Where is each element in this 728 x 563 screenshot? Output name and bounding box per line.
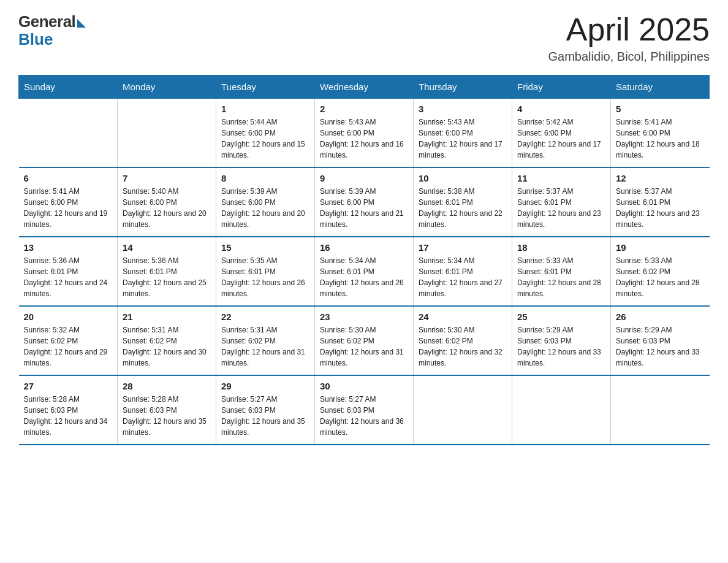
day-number: 1 — [221, 104, 309, 114]
weekday-header-thursday: Thursday — [414, 75, 512, 99]
day-number: 28 — [123, 381, 211, 391]
day-info: Sunrise: 5:40 AMSunset: 6:00 PMDaylight:… — [123, 186, 211, 230]
day-number: 8 — [221, 173, 309, 183]
day-info: Sunrise: 5:41 AMSunset: 6:00 PMDaylight:… — [616, 117, 705, 161]
day-number: 25 — [517, 312, 605, 322]
day-number: 10 — [419, 173, 507, 183]
day-number: 7 — [123, 173, 211, 183]
day-info: Sunrise: 5:37 AMSunset: 6:01 PMDaylight:… — [517, 186, 605, 230]
calendar-cell: 7Sunrise: 5:40 AMSunset: 6:00 PMDaylight… — [118, 167, 216, 237]
day-number: 17 — [419, 242, 507, 253]
day-info: Sunrise: 5:39 AMSunset: 6:00 PMDaylight:… — [221, 186, 309, 230]
calendar-week-row: 27Sunrise: 5:28 AMSunset: 6:03 PMDayligh… — [19, 375, 710, 445]
day-number: 12 — [616, 173, 705, 183]
location-title: Gambalidio, Bicol, Philippines — [548, 50, 710, 64]
calendar-cell: 27Sunrise: 5:28 AMSunset: 6:03 PMDayligh… — [19, 375, 118, 445]
calendar-cell: 22Sunrise: 5:31 AMSunset: 6:02 PMDayligh… — [216, 306, 315, 375]
day-number: 2 — [320, 104, 408, 114]
weekday-header-row: SundayMondayTuesdayWednesdayThursdayFrid… — [19, 75, 710, 99]
day-info: Sunrise: 5:27 AMSunset: 6:03 PMDaylight:… — [221, 394, 309, 438]
calendar-cell: 24Sunrise: 5:30 AMSunset: 6:02 PMDayligh… — [414, 306, 512, 375]
day-info: Sunrise: 5:39 AMSunset: 6:00 PMDaylight:… — [320, 186, 408, 230]
day-info: Sunrise: 5:29 AMSunset: 6:03 PMDaylight:… — [616, 324, 705, 369]
day-info: Sunrise: 5:32 AMSunset: 6:02 PMDaylight:… — [24, 324, 113, 369]
day-number: 27 — [24, 381, 113, 391]
calendar-cell: 6Sunrise: 5:41 AMSunset: 6:00 PMDaylight… — [19, 167, 118, 237]
day-number: 6 — [24, 173, 113, 183]
calendar-cell: 26Sunrise: 5:29 AMSunset: 6:03 PMDayligh… — [611, 306, 710, 375]
day-info: Sunrise: 5:29 AMSunset: 6:03 PMDaylight:… — [517, 324, 605, 369]
calendar-cell: 23Sunrise: 5:30 AMSunset: 6:02 PMDayligh… — [315, 306, 414, 375]
weekday-header-tuesday: Tuesday — [216, 75, 315, 99]
day-info: Sunrise: 5:42 AMSunset: 6:00 PMDaylight:… — [517, 117, 605, 161]
calendar-cell: 19Sunrise: 5:33 AMSunset: 6:02 PMDayligh… — [611, 237, 710, 306]
day-number: 5 — [616, 104, 705, 114]
logo: General Blue — [18, 12, 86, 49]
day-number: 26 — [616, 312, 705, 322]
calendar-cell: 2Sunrise: 5:43 AMSunset: 6:00 PMDaylight… — [315, 99, 414, 168]
day-info: Sunrise: 5:31 AMSunset: 6:02 PMDaylight:… — [123, 324, 211, 369]
day-number: 18 — [517, 242, 605, 253]
calendar-cell: 18Sunrise: 5:33 AMSunset: 6:01 PMDayligh… — [512, 237, 611, 306]
weekday-header-friday: Friday — [512, 75, 611, 99]
day-info: Sunrise: 5:33 AMSunset: 6:02 PMDaylight:… — [616, 255, 705, 299]
calendar-cell: 5Sunrise: 5:41 AMSunset: 6:00 PMDaylight… — [611, 99, 710, 168]
day-number: 13 — [24, 242, 113, 253]
day-info: Sunrise: 5:31 AMSunset: 6:02 PMDaylight:… — [221, 324, 309, 369]
calendar-week-row: 13Sunrise: 5:36 AMSunset: 6:01 PMDayligh… — [19, 237, 710, 306]
weekday-header-sunday: Sunday — [19, 75, 118, 99]
calendar-cell: 17Sunrise: 5:34 AMSunset: 6:01 PMDayligh… — [414, 237, 512, 306]
calendar-cell: 9Sunrise: 5:39 AMSunset: 6:00 PMDaylight… — [315, 167, 414, 237]
day-info: Sunrise: 5:36 AMSunset: 6:01 PMDaylight:… — [24, 255, 113, 299]
calendar-cell: 3Sunrise: 5:43 AMSunset: 6:00 PMDaylight… — [414, 99, 512, 168]
day-info: Sunrise: 5:43 AMSunset: 6:00 PMDaylight:… — [419, 117, 507, 161]
calendar-header: SundayMondayTuesdayWednesdayThursdayFrid… — [19, 75, 710, 99]
day-number: 3 — [419, 104, 507, 114]
weekday-header-monday: Monday — [118, 75, 216, 99]
calendar-cell — [512, 375, 611, 445]
logo-general-text: General — [18, 12, 75, 31]
day-info: Sunrise: 5:34 AMSunset: 6:01 PMDaylight:… — [419, 255, 507, 299]
calendar-cell — [19, 99, 118, 168]
day-number: 22 — [221, 312, 309, 322]
day-info: Sunrise: 5:30 AMSunset: 6:02 PMDaylight:… — [320, 324, 408, 369]
logo-blue-text: Blue — [18, 30, 53, 49]
calendar-cell — [414, 375, 512, 445]
day-info: Sunrise: 5:36 AMSunset: 6:01 PMDaylight:… — [123, 255, 211, 299]
day-info: Sunrise: 5:30 AMSunset: 6:02 PMDaylight:… — [419, 324, 507, 369]
day-number: 20 — [24, 312, 113, 322]
page-header: General Blue April 2025 Gambalidio, Bico… — [18, 12, 710, 64]
calendar-cell: 28Sunrise: 5:28 AMSunset: 6:03 PMDayligh… — [118, 375, 216, 445]
calendar-cell: 13Sunrise: 5:36 AMSunset: 6:01 PMDayligh… — [19, 237, 118, 306]
calendar-cell: 20Sunrise: 5:32 AMSunset: 6:02 PMDayligh… — [19, 306, 118, 375]
day-info: Sunrise: 5:35 AMSunset: 6:01 PMDaylight:… — [221, 255, 309, 299]
day-number: 9 — [320, 173, 408, 183]
logo-triangle-icon — [77, 19, 86, 28]
day-number: 16 — [320, 242, 408, 253]
calendar-week-row: 6Sunrise: 5:41 AMSunset: 6:00 PMDaylight… — [19, 167, 710, 237]
calendar-cell — [118, 99, 216, 168]
day-info: Sunrise: 5:34 AMSunset: 6:01 PMDaylight:… — [320, 255, 408, 299]
calendar-cell: 12Sunrise: 5:37 AMSunset: 6:01 PMDayligh… — [611, 167, 710, 237]
calendar-cell: 21Sunrise: 5:31 AMSunset: 6:02 PMDayligh… — [118, 306, 216, 375]
calendar-week-row: 1Sunrise: 5:44 AMSunset: 6:00 PMDaylight… — [19, 99, 710, 168]
calendar-cell: 29Sunrise: 5:27 AMSunset: 6:03 PMDayligh… — [216, 375, 315, 445]
day-number: 24 — [419, 312, 507, 322]
month-title: April 2025 — [548, 12, 710, 47]
calendar-cell: 1Sunrise: 5:44 AMSunset: 6:00 PMDaylight… — [216, 99, 315, 168]
day-number: 15 — [221, 242, 309, 253]
calendar-cell: 8Sunrise: 5:39 AMSunset: 6:00 PMDaylight… — [216, 167, 315, 237]
day-info: Sunrise: 5:27 AMSunset: 6:03 PMDaylight:… — [320, 394, 408, 438]
day-number: 23 — [320, 312, 408, 322]
calendar-cell: 25Sunrise: 5:29 AMSunset: 6:03 PMDayligh… — [512, 306, 611, 375]
day-number: 14 — [123, 242, 211, 253]
day-info: Sunrise: 5:28 AMSunset: 6:03 PMDaylight:… — [123, 394, 211, 438]
calendar-cell: 30Sunrise: 5:27 AMSunset: 6:03 PMDayligh… — [315, 375, 414, 445]
calendar-cell: 16Sunrise: 5:34 AMSunset: 6:01 PMDayligh… — [315, 237, 414, 306]
day-info: Sunrise: 5:41 AMSunset: 6:00 PMDaylight:… — [24, 186, 113, 230]
calendar-cell: 4Sunrise: 5:42 AMSunset: 6:00 PMDaylight… — [512, 99, 611, 168]
calendar-cell: 14Sunrise: 5:36 AMSunset: 6:01 PMDayligh… — [118, 237, 216, 306]
day-number: 4 — [517, 104, 605, 114]
day-info: Sunrise: 5:43 AMSunset: 6:00 PMDaylight:… — [320, 117, 408, 161]
weekday-header-wednesday: Wednesday — [315, 75, 414, 99]
